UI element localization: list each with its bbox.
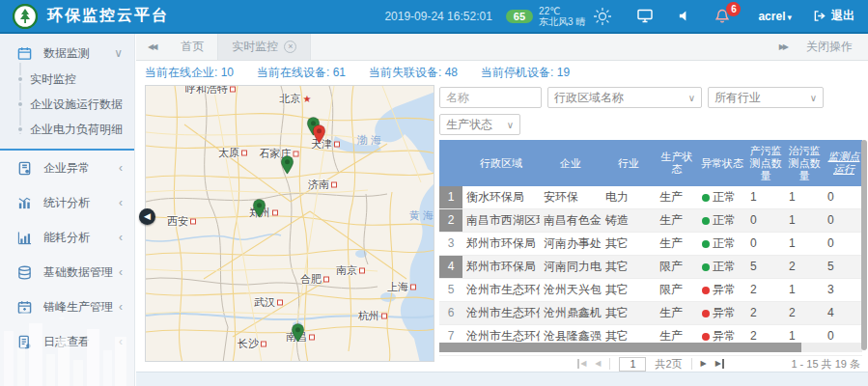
cell-treat-points: 1	[785, 209, 824, 232]
datetime: 2019-09-24 16:52:01	[384, 10, 491, 23]
cell-treat-points: 2	[785, 256, 824, 278]
cell-production-status: 生产	[656, 302, 698, 324]
cell-region: 衡水环保局	[462, 186, 540, 208]
cell-treat-points: 2	[785, 302, 824, 324]
map-pin-green[interactable]	[252, 199, 266, 222]
tabs-scroll-right-icon[interactable]: ▶▶	[779, 42, 787, 51]
page-input[interactable]	[619, 357, 646, 372]
chevron-down-icon: ∨	[114, 46, 123, 60]
name-search-input[interactable]	[439, 87, 542, 108]
table-row[interactable]: 6沧州市生态环保局沧州鼎鑫机电设备其它生产异常224	[439, 302, 862, 325]
map-collapse-toggle[interactable]: ◀	[139, 208, 155, 225]
column-header[interactable]: 企业	[540, 140, 602, 186]
speaker-icon[interactable]	[678, 10, 690, 22]
map-pin-red[interactable]	[312, 124, 326, 148]
bell-icon[interactable]: 6	[715, 9, 729, 23]
top-header: 环保监控云平台 2019-09-24 16:52:01 65 22℃ 东北风3 …	[0, 0, 868, 34]
column-header[interactable]: 产污监测点数量	[746, 140, 785, 186]
cell-region: 郑州市环保局	[462, 256, 540, 278]
cell-prod-points: 2	[746, 302, 785, 324]
cell-row-number: 6	[439, 302, 462, 324]
column-header[interactable]: 异常状态	[698, 140, 746, 186]
china-map[interactable]: 呼和浩特北京★天津太原石家庄济南西安郑州合肥南京上海武汉杭州长沙南昌渤海黄海	[145, 85, 434, 362]
table-row[interactable]: 1衡水环保局安环保电力生产正常110	[439, 186, 862, 209]
cell-industry: 其它	[602, 279, 656, 301]
status-dot-icon	[702, 194, 710, 202]
horizontal-scrollbar-thumb[interactable]	[439, 343, 801, 352]
column-header[interactable]: 生产状态	[656, 140, 698, 186]
logout-button[interactable]: 退出	[813, 8, 854, 24]
column-header[interactable]: 行业	[602, 140, 656, 186]
chevron-left-icon: ‹	[119, 161, 123, 175]
table-row[interactable]: 5沧州市生态环保局沧州天兴包装制品其它限产异常213	[439, 279, 862, 302]
cell-row-number: 2	[439, 209, 462, 232]
status-dot-icon	[702, 263, 710, 271]
sidebar-item-peak-production-mgmt[interactable]: 错峰生产管理‹	[0, 290, 134, 324]
cell-company: 河南办事处演示	[540, 233, 602, 255]
column-header[interactable]: 治污监测点数量	[785, 140, 824, 186]
sidebar-item-facility-run-data[interactable]: 企业设施运行数据	[0, 92, 134, 117]
calendar-icon	[17, 46, 33, 61]
production-status-select[interactable]: 生产状态 ∨	[439, 114, 520, 135]
horizontal-scrollbar[interactable]	[439, 343, 862, 352]
status-counters: 当前在线企业: 10当前在线设备: 61当前失联设备: 48当前停机设备: 19	[145, 65, 570, 81]
cell-abnormal-status: 正常	[698, 186, 746, 208]
map-pin-green[interactable]	[291, 323, 305, 346]
tab-realtime-monitoring[interactable]: 实时监控 ×	[217, 34, 311, 60]
sidebar: 数据监测∨实时监控企业设施运行数据企业电力负荷明细企业异常‹统计分析‹能耗分析‹…	[0, 34, 135, 386]
first-page-button[interactable]: ◀	[577, 359, 586, 369]
close-operations-menu[interactable]: 关闭操作	[806, 39, 853, 55]
sidebar-item-power-load-detail[interactable]: 企业电力负荷明细	[0, 117, 134, 142]
table-header: 行政区域企业行业生产状态异常状态产污监测点数量治污监测点数量监测点运行	[439, 140, 862, 186]
tab-home[interactable]: 首页	[167, 34, 217, 60]
cell-run-points: 5	[824, 256, 862, 278]
vertical-scrollbar[interactable]	[861, 140, 867, 350]
tab-close-icon[interactable]: ×	[284, 41, 296, 53]
main-content: 当前在线企业: 10当前在线设备: 61当前失联设备: 48当前停机设备: 19	[136, 61, 868, 372]
sidebar-item-realtime-monitoring[interactable]: 实时监控	[0, 67, 134, 92]
sidebar-item-log-view[interactable]: 日志查看‹	[0, 324, 134, 359]
user-menu[interactable]: acrel▾	[758, 10, 792, 23]
schedule-icon	[17, 300, 33, 315]
temperature: 22℃	[539, 6, 560, 16]
cell-company: 沧州鼎鑫机电设备	[540, 302, 602, 324]
app-title: 环保监控云平台	[47, 6, 169, 26]
column-header[interactable]: 行政区域	[462, 140, 540, 186]
cell-production-status: 生产	[656, 233, 698, 255]
table-row[interactable]: 2南昌市西湖区环保南昌有色金属有限铸造生产正常010	[439, 209, 862, 233]
cell-treat-points: 1	[785, 279, 824, 301]
map-pin-green[interactable]	[280, 155, 294, 179]
sidebar-item-statistic-analysis[interactable]: 统计分析‹	[0, 185, 134, 220]
cell-run-points: 0	[824, 209, 862, 232]
cell-row-number: 4	[439, 256, 462, 278]
sidebar-item-energy-analysis[interactable]: 能耗分析‹	[0, 220, 134, 255]
cell-production-status: 生产	[656, 325, 698, 343]
cell-company: 安环保	[540, 186, 602, 208]
tabs-scroll-left-icon[interactable]: ◀◀	[136, 34, 167, 60]
last-page-button[interactable]: ▶	[715, 359, 724, 369]
sidebar-item-label: 数据监测	[43, 45, 90, 62]
cell-region: 南昌市西湖区环保	[462, 209, 540, 232]
cell-treat-points: 1	[785, 325, 824, 343]
prev-page-button[interactable]: ◀	[595, 359, 601, 369]
sidebar-item-label: 企业异常	[43, 160, 90, 177]
table-row[interactable]: 7沧州市生态环保局沧县隆鑫强力加工其它生产异常210	[439, 325, 862, 343]
table-row[interactable]: 3郑州市环保局河南办事处演示其它生产正常010	[439, 233, 862, 256]
monitor-icon[interactable]	[637, 9, 653, 23]
sidebar-item-enterprise-abnormal[interactable]: 企业异常‹	[0, 151, 134, 185]
column-header[interactable]: 监测点运行	[824, 140, 862, 186]
exit-icon	[813, 10, 826, 22]
sidebar-menu: 数据监测∨实时监控企业设施运行数据企业电力负荷明细企业异常‹统计分析‹能耗分析‹…	[0, 34, 134, 359]
next-page-button[interactable]: ▶	[701, 359, 707, 369]
cell-abnormal-status: 正常	[698, 233, 746, 255]
cell-prod-points: 0	[746, 233, 785, 255]
col-row-number	[439, 140, 462, 186]
cell-company: 沧县隆鑫强力加工	[540, 325, 602, 343]
sidebar-item-base-data-mgmt[interactable]: 基础数据管理‹	[0, 255, 134, 290]
sidebar-item-label: 日志查看	[43, 334, 90, 350]
wind-condition: 东北风3 晴	[539, 16, 585, 27]
industry-select[interactable]: 所有行业 ∨	[708, 87, 824, 108]
table-row[interactable]: 4郑州市环保局河南同力电力设备其它限产正常525	[439, 256, 862, 279]
region-select[interactable]: 行政区域名称 ∨	[547, 87, 702, 108]
status-dot-icon	[702, 310, 710, 317]
